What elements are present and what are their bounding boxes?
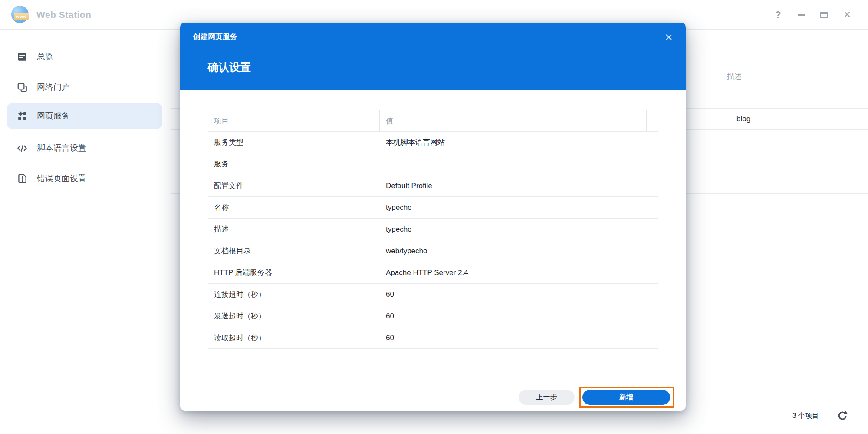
dialog-header: 创建网页服务 确认设置 ✕ xyxy=(180,23,686,90)
error-page-icon xyxy=(16,173,28,184)
table-row: 名称 typecho xyxy=(208,197,658,219)
sidebar-item-error-page[interactable]: 错误页面设置 xyxy=(7,166,162,192)
window-close-icon[interactable]: ✕ xyxy=(840,8,854,22)
maximize-icon[interactable] xyxy=(817,8,831,22)
column-header-description[interactable]: 描述 xyxy=(727,66,742,87)
web-service-icon xyxy=(16,110,28,122)
web-station-window: www Web Station ? ✕ 总览 网络门户 xyxy=(0,0,868,434)
row-label: 文档根目录 xyxy=(208,240,380,262)
sidebar-item-overview[interactable]: 总览 xyxy=(7,44,162,70)
footer-divider xyxy=(191,382,675,382)
table-row: 发送超时（秒） 60 xyxy=(208,305,658,327)
items-count: 3 个项目 xyxy=(792,405,819,426)
header-item: 项目 xyxy=(208,110,380,131)
confirm-settings-table: 项目 值 服务类型 本机脚本语言网站 服务 配置文件 Default Profi… xyxy=(208,110,658,349)
table-row: 文档根目录 web/typecho xyxy=(208,240,658,262)
table-row: 服务类型 本机脚本语言网站 xyxy=(208,132,658,153)
row-label: HTTP 后端服务器 xyxy=(208,262,380,283)
row-value: typecho xyxy=(380,219,647,240)
add-button[interactable]: 新增 xyxy=(582,390,670,405)
table-row: 描述 typecho xyxy=(208,219,658,240)
dialog-title: 创建网页服务 xyxy=(193,32,237,42)
sidebar-item-label: 错误页面设置 xyxy=(37,173,86,184)
row-label: 发送超时（秒） xyxy=(208,305,380,327)
create-web-service-dialog: 创建网页服务 确认设置 ✕ 项目 值 服务类型 本机脚本语言网站 服务 配置文件… xyxy=(180,23,686,411)
script-language-icon xyxy=(16,142,28,154)
row-label: 配置文件 xyxy=(208,175,380,196)
table-cell-description: blog xyxy=(736,108,750,129)
row-value: Default Profile xyxy=(380,175,647,196)
row-value: 本机脚本语言网站 xyxy=(380,132,647,153)
minimize-icon[interactable] xyxy=(794,8,808,22)
help-icon[interactable]: ? xyxy=(771,8,785,22)
dialog-close-icon[interactable]: ✕ xyxy=(661,30,677,45)
sidebar-item-label: 脚本语言设置 xyxy=(37,142,86,154)
row-label: 服务 xyxy=(208,153,380,175)
row-label: 连接超时（秒） xyxy=(208,284,380,305)
row-label: 读取超时（秒） xyxy=(208,327,380,348)
table-row: 配置文件 Default Profile xyxy=(208,175,658,197)
table-row: 连接超时（秒） 60 xyxy=(208,284,658,305)
sidebar-item-label: 网页服务 xyxy=(37,110,70,122)
dialog-step-title: 确认设置 xyxy=(207,60,251,74)
row-value xyxy=(380,153,647,175)
row-value: 60 xyxy=(380,327,647,348)
overview-icon xyxy=(16,51,28,63)
row-value: Apache HTTP Server 2.4 xyxy=(380,262,647,283)
sidebar: 总览 网络门户 网页服务 脚本语言设置 xyxy=(0,30,169,434)
app-title: Web Station xyxy=(36,0,91,30)
statusbar-divider xyxy=(830,408,830,423)
row-label: 服务类型 xyxy=(208,132,380,153)
table-row: 读取超时（秒） 60 xyxy=(208,327,658,349)
www-badge-icon: www xyxy=(14,13,29,20)
web-portal-icon xyxy=(16,82,28,93)
row-value: 60 xyxy=(380,284,647,305)
header-value: 值 xyxy=(380,110,647,131)
row-value: 60 xyxy=(380,305,647,327)
previous-step-button[interactable]: 上一步 xyxy=(519,390,575,405)
table-row: HTTP 后端服务器 Apache HTTP Server 2.4 xyxy=(208,262,658,284)
sidebar-item-script-language[interactable]: 脚本语言设置 xyxy=(7,135,162,161)
table-header-row: 项目 值 xyxy=(208,110,658,132)
refresh-icon[interactable] xyxy=(836,410,849,422)
row-value: typecho xyxy=(380,197,647,218)
table-row: 服务 xyxy=(208,153,658,175)
row-value: web/typecho xyxy=(380,240,647,262)
sidebar-item-web-portal[interactable]: 网络门户 xyxy=(7,74,162,100)
sidebar-item-label: 总览 xyxy=(37,51,53,63)
sidebar-item-label: 网络门户 xyxy=(37,82,70,93)
row-label: 名称 xyxy=(208,197,380,218)
sidebar-item-web-service[interactable]: 网页服务 xyxy=(7,103,162,129)
row-label: 描述 xyxy=(208,219,380,240)
